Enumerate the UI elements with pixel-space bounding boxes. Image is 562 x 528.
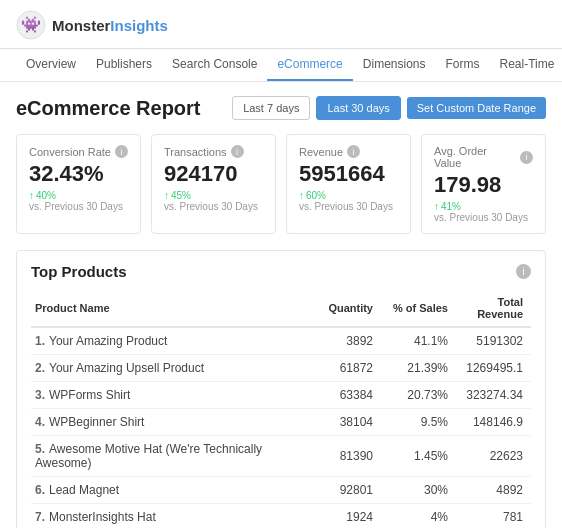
logo-icon: 👾 [16,10,46,40]
cell-pct: 9.5% [381,409,456,436]
nav-search-console[interactable]: Search Console [162,49,267,81]
stat-value: 5951664 [299,162,398,186]
stat-info-icon[interactable]: i [347,145,360,158]
section-header: Top Products i [31,263,531,280]
cell-pct: 21.39% [381,355,456,382]
cell-product-name: 5.Awesome Motive Hat (We're Technically … [31,436,306,477]
cell-revenue: 323274.34 [456,382,531,409]
cell-quantity: 1924 [306,504,381,528]
stat-change: ↑40% [29,190,128,201]
svg-text:👾: 👾 [21,15,41,34]
logo-text: MonsterInsights [52,17,168,34]
table-head: Product Name Quantity % of Sales Total R… [31,290,531,327]
stat-change: ↑41% [434,201,533,212]
stats-grid: Conversion Rate i 32.43% ↑40% vs. Previo… [16,134,546,234]
stat-vs: vs. Previous 30 Days [164,201,263,212]
main-content: eCommerce Report Last 7 days Last 30 day… [0,82,562,528]
col-product-name: Product Name [31,290,306,327]
last-30-days-button[interactable]: Last 30 days [316,96,400,120]
header: 👾 MonsterInsights [0,0,562,49]
stat-vs: vs. Previous 30 Days [299,201,398,212]
cell-pct: 30% [381,477,456,504]
nav-overview[interactable]: Overview [16,49,86,81]
table-header-row: Product Name Quantity % of Sales Total R… [31,290,531,327]
stat-change: ↑45% [164,190,263,201]
page-wrapper: 👾 MonsterInsights Overview Publishers Se… [0,0,562,528]
stat-value: 32.43% [29,162,128,186]
table-row: 3.WPForms Shirt 63384 20.73% 323274.34 [31,382,531,409]
stat-value: 179.98 [434,173,533,197]
table-body: 1.Your Amazing Product 3892 41.1% 519130… [31,327,531,528]
stat-value: 924170 [164,162,263,186]
stat-change: ↑60% [299,190,398,201]
nav-forms[interactable]: Forms [436,49,490,81]
table-row: 6.Lead Magnet 92801 30% 4892 [31,477,531,504]
cell-pct: 4% [381,504,456,528]
nav-dimensions[interactable]: Dimensions [353,49,436,81]
cell-pct: 20.73% [381,382,456,409]
cell-pct: 41.1% [381,327,456,355]
cell-quantity: 61872 [306,355,381,382]
stat-label: Conversion Rate i [29,145,128,158]
cell-revenue: 4892 [456,477,531,504]
cell-product-name: 1.Your Amazing Product [31,327,306,355]
logo: 👾 MonsterInsights [16,10,168,40]
report-header: eCommerce Report Last 7 days Last 30 day… [16,96,546,120]
cell-quantity: 38104 [306,409,381,436]
section-title: Top Products [31,263,127,280]
cell-product-name: 3.WPForms Shirt [31,382,306,409]
cell-revenue: 5191302 [456,327,531,355]
cell-revenue: 781 [456,504,531,528]
cell-revenue: 22623 [456,436,531,477]
stat-vs: vs. Previous 30 Days [29,201,128,212]
products-table: Product Name Quantity % of Sales Total R… [31,290,531,528]
table-row: 1.Your Amazing Product 3892 41.1% 519130… [31,327,531,355]
nav-ecommerce[interactable]: eCommerce [267,49,352,81]
table-row: 2.Your Amazing Upsell Product 61872 21.3… [31,355,531,382]
cell-product-name: 7.MonsterInsights Hat [31,504,306,528]
nav: Overview Publishers Search Console eComm… [0,49,562,82]
cell-product-name: 2.Your Amazing Upsell Product [31,355,306,382]
stat-info-icon[interactable]: i [115,145,128,158]
table-row: 7.MonsterInsights Hat 1924 4% 781 [31,504,531,528]
cell-revenue: 148146.9 [456,409,531,436]
stat-label: Avg. Order Value i [434,145,533,169]
col-pct-sales: % of Sales [381,290,456,327]
col-quantity: Quantity [306,290,381,327]
stat-info-icon[interactable]: i [520,151,533,164]
custom-date-button[interactable]: Set Custom Date Range [407,97,546,119]
date-buttons: Last 7 days Last 30 days Set Custom Date… [232,96,546,120]
cell-quantity: 92801 [306,477,381,504]
cell-quantity: 63384 [306,382,381,409]
stat-label: Transactions i [164,145,263,158]
table-row: 4.WPBeginner Shirt 38104 9.5% 148146.9 [31,409,531,436]
top-products-section: Top Products i Product Name Quantity % o… [16,250,546,528]
cell-quantity: 3892 [306,327,381,355]
stat-card-0: Conversion Rate i 32.43% ↑40% vs. Previo… [16,134,141,234]
section-info-icon[interactable]: i [516,264,531,279]
stat-card-1: Transactions i 924170 ↑45% vs. Previous … [151,134,276,234]
stat-card-2: Revenue i 5951664 ↑60% vs. Previous 30 D… [286,134,411,234]
stat-card-3: Avg. Order Value i 179.98 ↑41% vs. Previ… [421,134,546,234]
cell-revenue: 1269495.1 [456,355,531,382]
last-7-days-button[interactable]: Last 7 days [232,96,310,120]
nav-real-time[interactable]: Real-Time [490,49,563,81]
nav-publishers[interactable]: Publishers [86,49,162,81]
stat-vs: vs. Previous 30 Days [434,212,533,223]
table-row: 5.Awesome Motive Hat (We're Technically … [31,436,531,477]
report-title: eCommerce Report [16,97,201,120]
stat-info-icon[interactable]: i [231,145,244,158]
cell-product-name: 4.WPBeginner Shirt [31,409,306,436]
cell-product-name: 6.Lead Magnet [31,477,306,504]
col-total-revenue: Total Revenue [456,290,531,327]
stat-label: Revenue i [299,145,398,158]
cell-quantity: 81390 [306,436,381,477]
cell-pct: 1.45% [381,436,456,477]
